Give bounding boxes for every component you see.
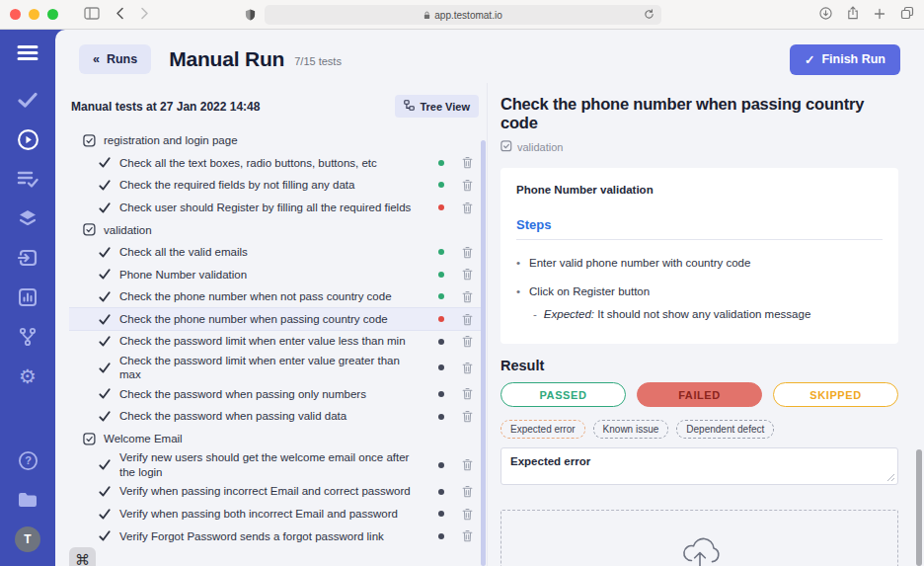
status-dot [438, 339, 444, 345]
test-row[interactable]: Phone Number validation [69, 264, 481, 286]
test-row[interactable]: Verify Forgot Password sends a forgot pa… [69, 525, 481, 547]
defect-tag[interactable]: Known issue [593, 420, 669, 439]
result-comment-input[interactable]: Expected error [500, 447, 898, 485]
status-buttons: PASSEDFAILEDSKIPPED [500, 382, 898, 407]
page-title: Manual Run [169, 47, 284, 71]
test-title: Check the phone number when passing coun… [500, 95, 898, 132]
delete-test-button[interactable] [462, 179, 473, 192]
test-row[interactable]: Check all the text boxes, radio buttons,… [69, 152, 481, 175]
import-icon[interactable] [15, 245, 40, 271]
forward-icon[interactable] [140, 6, 149, 24]
bullet-icon: • [516, 285, 520, 297]
minimize-window-button[interactable] [29, 9, 39, 20]
status-dot [438, 316, 444, 322]
finish-run-button[interactable]: ✓ Finish Run [790, 44, 900, 75]
delete-test-button[interactable] [462, 485, 473, 498]
share-icon[interactable] [847, 6, 859, 24]
test-group-row[interactable]: Welcome Email [69, 428, 481, 450]
tests-check-icon[interactable] [15, 87, 40, 113]
delete-test-button[interactable] [462, 508, 473, 521]
back-to-runs-button[interactable]: « Runs [79, 44, 151, 74]
status-dot [438, 182, 444, 188]
status-dot [438, 364, 444, 370]
main-content: « Runs Manual Run 7/15 tests ✓ Finish Ru… [55, 30, 924, 566]
delete-test-button[interactable] [462, 335, 473, 348]
privacy-shield-icon[interactable] [245, 8, 256, 26]
close-window-button[interactable] [10, 9, 21, 20]
projects-folder-icon[interactable] [15, 487, 40, 513]
runs-play-icon[interactable] [15, 126, 40, 152]
test-group-row[interactable]: registration and login page [69, 129, 481, 152]
suites-list-check-icon[interactable] [15, 166, 40, 192]
list-scrollbar[interactable] [481, 140, 486, 566]
test-description-card: Phone Number validation Steps •Enter val… [500, 168, 898, 344]
check-icon [99, 336, 111, 347]
delete-test-button[interactable] [462, 362, 473, 374]
check-icon [99, 291, 111, 302]
tab-overview-icon[interactable] [900, 6, 914, 24]
file-dropzone[interactable]: Browse a file or drop it here. Click her… [500, 510, 898, 566]
delete-test-button[interactable] [462, 156, 473, 169]
delete-test-button[interactable] [462, 290, 473, 303]
test-row[interactable]: Verify when passing both incorrect Email… [69, 503, 481, 526]
checkbox-check-icon [500, 140, 512, 154]
status-dot [438, 272, 444, 278]
step-item: •Enter valid phone number with country c… [516, 257, 883, 269]
test-row[interactable]: Check all the valid emails [69, 241, 481, 264]
test-row[interactable]: Check the password limit when enter valu… [69, 353, 481, 383]
reload-icon[interactable] [644, 9, 654, 22]
test-row[interactable]: Check the phone number when passing coun… [69, 308, 481, 331]
check-icon [99, 157, 111, 168]
delete-test-button[interactable] [462, 529, 473, 542]
check-icon [99, 180, 111, 191]
avatar[interactable]: T [15, 526, 40, 552]
status-button-failed[interactable]: FAILED [637, 382, 762, 407]
check-icon [99, 363, 111, 373]
lock-icon [424, 11, 430, 20]
check-icon [99, 509, 111, 520]
status-button-passed[interactable]: PASSED [500, 382, 626, 407]
browser-sidebar-icon[interactable] [84, 6, 100, 24]
analytics-icon[interactable] [15, 284, 40, 310]
suite-tag[interactable]: validation [500, 140, 898, 154]
test-row[interactable]: Check the password when passing valid da… [69, 405, 481, 428]
delete-test-button[interactable] [462, 246, 473, 259]
help-icon[interactable]: ? [15, 447, 40, 473]
url-bar[interactable]: app.testomat.io [265, 5, 661, 25]
steps-list: •Enter valid phone number with country c… [516, 257, 883, 320]
keyboard-shortcuts-button[interactable]: ⌘ [69, 547, 96, 566]
test-row[interactable]: Check the password when passing only num… [69, 383, 481, 406]
svg-text:?: ? [25, 454, 32, 466]
tree-view-button[interactable]: Tree View [395, 95, 479, 118]
test-row[interactable]: Verify when passing incorrect Email and … [69, 480, 481, 503]
new-tab-icon[interactable] [874, 6, 886, 24]
delete-test-button[interactable] [462, 268, 473, 281]
delete-test-button[interactable] [462, 410, 473, 423]
settings-gear-icon[interactable]: ⚙ [15, 364, 40, 389]
delete-test-button[interactable] [462, 458, 473, 471]
test-row[interactable]: Check the required fields by not filling… [69, 174, 481, 197]
test-row[interactable]: Check user should Register by filling al… [69, 197, 481, 219]
defect-tag[interactable]: Dependent defect [676, 420, 774, 439]
test-group-row[interactable]: validation [69, 218, 481, 241]
zoom-window-button[interactable] [47, 9, 58, 20]
delete-test-button[interactable] [462, 202, 473, 214]
back-icon[interactable] [116, 6, 124, 24]
page-scrollbar[interactable] [916, 449, 922, 566]
status-button-skipped[interactable]: SKIPPED [773, 382, 898, 407]
test-row[interactable]: Verify new users should get the welcome … [69, 449, 481, 480]
downloads-icon[interactable] [819, 6, 832, 24]
test-row[interactable]: Check the password limit when enter valu… [69, 330, 481, 353]
status-dot [438, 462, 444, 468]
result-heading: Result [500, 358, 898, 373]
screen: app.testomat.io ⚙ ? T [0, 0, 924, 566]
status-dot [438, 533, 444, 539]
defect-tags: Expected errorKnown issueDependent defec… [500, 420, 898, 439]
test-row[interactable]: Check the phone number when not pass cou… [69, 285, 481, 308]
defect-tag[interactable]: Expected error [500, 420, 585, 439]
branch-icon[interactable] [15, 324, 40, 350]
delete-test-button[interactable] [462, 387, 473, 400]
menu-icon[interactable] [15, 40, 40, 65]
layers-icon[interactable] [15, 205, 40, 231]
delete-test-button[interactable] [462, 313, 473, 326]
